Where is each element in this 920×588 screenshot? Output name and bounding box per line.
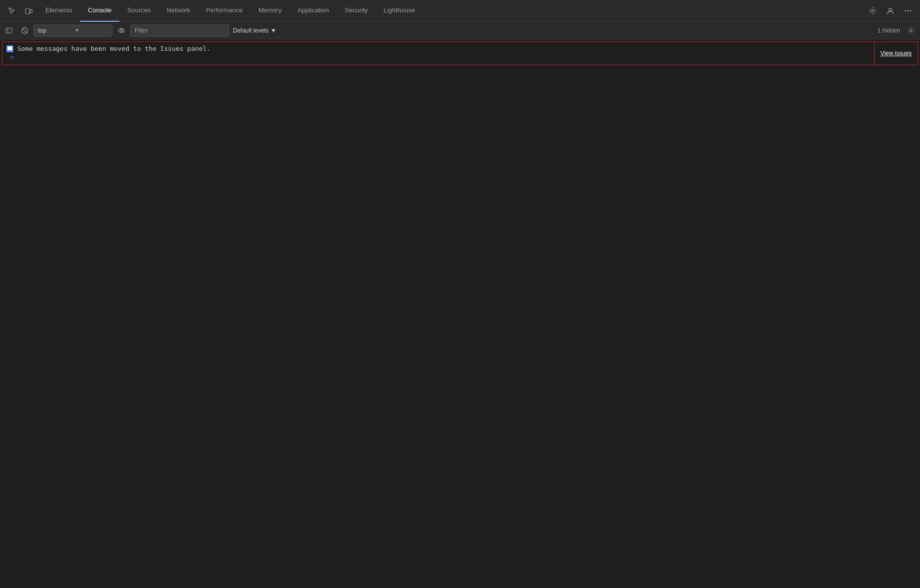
svg-point-4 xyxy=(905,10,907,11)
view-issues-button[interactable]: View issues xyxy=(874,42,918,65)
live-expressions-icon[interactable] xyxy=(115,24,128,37)
console-content: Some messages have been moved to the Iss… xyxy=(0,39,920,588)
svg-point-11 xyxy=(118,29,124,33)
issue-message-row: Some messages have been moved to the Iss… xyxy=(2,41,918,65)
issue-message-content: Some messages have been moved to the Iss… xyxy=(2,42,874,65)
sidebar-toggle-icon[interactable] xyxy=(2,24,16,37)
tab-elements[interactable]: Elements xyxy=(38,0,80,22)
tab-lighthouse[interactable]: Lighthouse xyxy=(376,0,423,22)
issue-message-text: Some messages have been moved to the Iss… xyxy=(17,45,210,52)
levels-chevron-icon: ▼ xyxy=(270,27,276,34)
tab-network[interactable]: Network xyxy=(159,0,198,22)
inspect-element-icon[interactable] xyxy=(4,3,20,19)
tab-memory[interactable]: Memory xyxy=(251,0,290,22)
svg-rect-1 xyxy=(30,9,32,13)
hidden-count: 1 hidden xyxy=(878,27,900,34)
issue-line: Some messages have been moved to the Iss… xyxy=(6,45,870,52)
svg-point-6 xyxy=(910,10,912,11)
svg-point-12 xyxy=(120,30,122,32)
svg-line-10 xyxy=(23,29,27,33)
tab-security[interactable]: Security xyxy=(337,0,376,22)
remote-devices-icon[interactable] xyxy=(882,3,898,19)
levels-label: Default levels xyxy=(233,27,268,34)
context-selector[interactable]: top ▼ xyxy=(34,25,113,37)
svg-point-5 xyxy=(908,10,909,11)
svg-rect-0 xyxy=(26,8,30,14)
svg-rect-7 xyxy=(6,28,12,33)
tab-application[interactable]: Application xyxy=(290,0,337,22)
more-options-icon[interactable] xyxy=(900,3,916,19)
console-toolbar: top ▼ Default levels ▼ 1 hidden xyxy=(0,22,920,39)
filter-input[interactable] xyxy=(130,25,229,37)
svg-point-2 xyxy=(872,9,874,12)
device-toolbar-icon[interactable] xyxy=(21,3,37,19)
console-prompt-line[interactable]: > xyxy=(6,52,870,62)
tab-console[interactable]: Console xyxy=(80,0,119,22)
svg-point-3 xyxy=(889,8,892,11)
tab-sources[interactable]: Sources xyxy=(119,0,159,22)
tab-performance[interactable]: Performance xyxy=(198,0,250,22)
nav-right-icons xyxy=(865,3,916,19)
nav-tabs: Elements Console Sources Network Perform… xyxy=(38,0,864,21)
clear-console-icon[interactable] xyxy=(18,24,32,37)
prompt-chevron-icon: > xyxy=(10,53,14,61)
context-value: top xyxy=(38,27,72,34)
log-levels-button[interactable]: Default levels ▼ xyxy=(231,27,278,34)
settings-icon[interactable] xyxy=(865,3,881,19)
console-settings-icon[interactable] xyxy=(904,24,918,37)
devtools-nav-bar: Elements Console Sources Network Perform… xyxy=(0,0,920,22)
svg-rect-14 xyxy=(7,46,12,50)
issue-info-icon xyxy=(6,45,13,52)
chevron-down-icon: ▼ xyxy=(75,28,108,33)
svg-point-13 xyxy=(910,29,912,31)
